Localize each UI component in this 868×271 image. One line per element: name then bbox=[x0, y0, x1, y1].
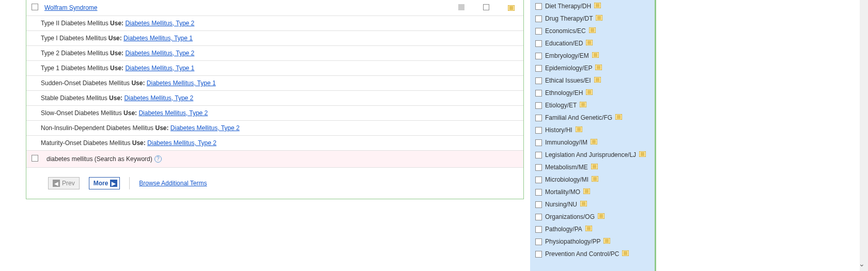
subheading-checkbox[interactable] bbox=[535, 214, 542, 220]
subheading-item: Epidemiology/EP bbox=[535, 62, 649, 74]
use-target-link[interactable]: Diabetes Mellitus, Type 2 bbox=[125, 50, 194, 57]
use-row: Type II Diabetes Mellitus Use: Diabetes … bbox=[26, 16, 523, 31]
use-term-text: Stable Diabetes Mellitus bbox=[41, 94, 107, 102]
scope-note-icon[interactable] bbox=[595, 65, 602, 70]
use-target-link[interactable]: Diabetes Mellitus, Type 2 bbox=[138, 109, 208, 117]
use-label: Use: bbox=[123, 109, 137, 117]
subheading-checkbox[interactable] bbox=[535, 127, 542, 134]
subheading-label: Microbiology/MI bbox=[545, 176, 588, 183]
subheading-label: Etiology/ET bbox=[545, 102, 577, 109]
use-term-text: Type II Diabetes Mellitus bbox=[41, 20, 109, 27]
scope-note-icon[interactable] bbox=[586, 40, 593, 45]
scrollbar-track[interactable] bbox=[860, 0, 868, 271]
help-icon[interactable]: ? bbox=[154, 155, 162, 163]
subheading-checkbox[interactable] bbox=[535, 40, 542, 47]
scope-note-icon[interactable] bbox=[622, 250, 629, 256]
browse-additional-link[interactable]: Browse Additional Terms bbox=[139, 180, 207, 187]
subheading-checkbox[interactable] bbox=[535, 28, 542, 35]
chevron-left-icon: ◀ bbox=[53, 180, 60, 187]
subheading-item: Economics/EC bbox=[535, 25, 649, 37]
subheading-checkbox[interactable] bbox=[535, 201, 542, 208]
subheading-label: Metabolism/ME bbox=[545, 164, 588, 171]
subheading-item: Organizations/OG bbox=[535, 211, 649, 223]
prev-button: ◀Prev bbox=[48, 177, 80, 189]
use-term-text: Type 2 Diabetes Mellitus bbox=[41, 50, 109, 57]
scope-note-icon[interactable] bbox=[603, 238, 610, 244]
subheading-checkbox[interactable] bbox=[535, 177, 542, 183]
subheading-checkbox[interactable] bbox=[535, 139, 542, 146]
focus-checkbox[interactable] bbox=[483, 4, 489, 10]
subheading-checkbox[interactable] bbox=[535, 164, 542, 171]
scope-note-icon[interactable] bbox=[586, 89, 593, 95]
scope-note-icon[interactable] bbox=[598, 213, 605, 219]
scope-note-icon[interactable] bbox=[596, 15, 602, 21]
term-row: Wolfram Syndrome bbox=[26, 0, 523, 16]
scope-note-icon[interactable] bbox=[594, 3, 601, 8]
results-panel: Wolfram Syndrome Type II Diabetes Mellit… bbox=[26, 0, 524, 199]
use-target-link[interactable]: Diabetes Mellitus, Type 2 bbox=[124, 94, 193, 102]
use-label: Use: bbox=[110, 50, 123, 57]
subheading-checkbox[interactable] bbox=[535, 115, 542, 121]
scope-note-icon[interactable] bbox=[580, 102, 586, 107]
term-link[interactable]: Wolfram Syndrome bbox=[44, 4, 97, 11]
scope-note-icon[interactable] bbox=[591, 139, 597, 145]
use-target-link[interactable]: Diabetes Mellitus, Type 1 bbox=[147, 79, 216, 87]
scope-note-icon[interactable] bbox=[594, 77, 601, 83]
keyword-checkbox[interactable] bbox=[32, 155, 38, 162]
subheading-label: Mortality/MO bbox=[545, 188, 580, 196]
subheading-checkbox[interactable] bbox=[535, 152, 542, 158]
subheading-checkbox[interactable] bbox=[535, 53, 542, 59]
subheading-checkbox[interactable] bbox=[535, 15, 542, 22]
scope-note-icon[interactable] bbox=[583, 188, 590, 194]
use-target-link[interactable]: Diabetes Mellitus, Type 1 bbox=[125, 65, 194, 72]
use-term-text: Maturity-Onset Diabetes Mellitus bbox=[41, 139, 130, 147]
scope-note-icon[interactable] bbox=[576, 126, 582, 132]
scope-note-icon[interactable] bbox=[591, 164, 598, 169]
subheading-label: History/HI bbox=[545, 126, 572, 134]
subheading-checkbox[interactable] bbox=[535, 3, 542, 10]
use-target-link[interactable]: Diabetes Mellitus, Type 2 bbox=[147, 139, 216, 147]
more-button[interactable]: More▶ bbox=[89, 177, 120, 189]
scope-note-icon[interactable] bbox=[589, 27, 596, 33]
subheadings-sidebar: Diet Therapy/DH Drug Therapy/DT Economic… bbox=[530, 0, 656, 271]
subheading-checkbox[interactable] bbox=[535, 189, 542, 196]
subheading-item: Pathology/PA bbox=[535, 223, 649, 235]
subheading-checkbox[interactable] bbox=[535, 226, 542, 233]
use-row: Stable Diabetes Mellitus Use: Diabetes M… bbox=[26, 91, 523, 106]
use-target-link[interactable]: Diabetes Mellitus, Type 2 bbox=[171, 124, 240, 132]
subheading-checkbox[interactable] bbox=[535, 65, 542, 72]
use-target-link[interactable]: Diabetes Mellitus, Type 2 bbox=[125, 20, 194, 27]
subheading-label: Ethnology/EH bbox=[545, 89, 583, 97]
subheading-checkbox[interactable] bbox=[535, 251, 542, 258]
use-row: Type I Diabetes Mellitus Use: Diabetes M… bbox=[26, 31, 523, 46]
explode-indicator[interactable] bbox=[458, 4, 464, 10]
use-label: Use: bbox=[132, 139, 146, 147]
subheading-item: Nursing/NU bbox=[535, 198, 649, 211]
subheading-label: Prevention And Control/PC bbox=[545, 250, 619, 258]
use-label: Use: bbox=[109, 94, 122, 102]
use-target-link[interactable]: Diabetes Mellitus, Type 1 bbox=[123, 35, 193, 42]
subheading-label: Immunology/IM bbox=[545, 139, 587, 146]
chevron-down-icon[interactable]: ⌄ bbox=[859, 260, 865, 268]
use-row: Sudden-Onset Diabetes Mellitus Use: Diab… bbox=[26, 76, 523, 91]
scope-note-icon[interactable] bbox=[592, 176, 598, 182]
subheading-checkbox[interactable] bbox=[535, 102, 542, 109]
use-row: Maturity-Onset Diabetes Mellitus Use: Di… bbox=[26, 136, 523, 151]
subheading-checkbox[interactable] bbox=[535, 238, 542, 245]
scope-note-icon[interactable] bbox=[585, 226, 592, 231]
subheading-label: Diet Therapy/DH bbox=[545, 3, 591, 10]
scope-note-icon[interactable] bbox=[508, 5, 515, 11]
subheading-label: Ethical Issues/EI bbox=[545, 77, 591, 84]
scope-note-icon[interactable] bbox=[592, 52, 599, 58]
subheading-item: History/HI bbox=[535, 124, 649, 136]
scope-note-icon[interactable] bbox=[580, 201, 587, 206]
subheading-item: Mortality/MO bbox=[535, 186, 649, 198]
subheading-label: Economics/EC bbox=[545, 27, 586, 35]
subheading-label: Drug Therapy/DT bbox=[545, 15, 593, 22]
subheading-checkbox[interactable] bbox=[535, 90, 542, 97]
subheading-item: Legislation And Jurisprudence/LJ bbox=[535, 149, 649, 161]
subheading-checkbox[interactable] bbox=[535, 77, 542, 84]
term-checkbox[interactable] bbox=[32, 4, 38, 10]
scope-note-icon[interactable] bbox=[615, 114, 622, 120]
scope-note-icon[interactable] bbox=[639, 151, 646, 157]
